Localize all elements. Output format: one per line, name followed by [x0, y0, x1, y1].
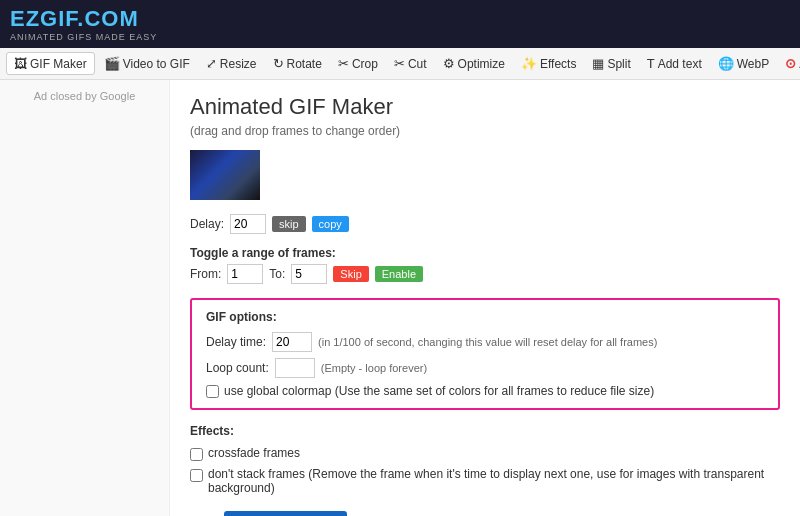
colormap-row: use global colormap (Use the same set of…	[206, 384, 764, 398]
nav-video-to-gif-label: Video to GIF	[123, 57, 190, 71]
nav-crop[interactable]: ✂ Crop	[331, 53, 385, 74]
nav-add-text[interactable]: T Add text	[640, 53, 709, 74]
loop-count-note: (Empty - loop forever)	[321, 362, 427, 374]
gif-delay-input[interactable]	[272, 332, 312, 352]
nostack-checkbox[interactable]	[190, 469, 203, 482]
nav-add-text-label: Add text	[658, 57, 702, 71]
make-gif-button[interactable]: Make a GIF!	[224, 511, 347, 516]
gif-options-box: GIF options: Delay time: (in 1/100 of se…	[190, 298, 780, 410]
logo-text: EZGIF.COM	[10, 6, 139, 31]
loop-count-input[interactable]	[275, 358, 315, 378]
loop-count-row: Loop count: (Empty - loop forever)	[206, 358, 764, 378]
nav-resize[interactable]: ⤢ Resize	[199, 53, 264, 74]
effects-section: Effects: crossfade frames don't stack fr…	[190, 424, 780, 495]
nav-webp[interactable]: 🌐 WebP	[711, 53, 776, 74]
nav-apng[interactable]: ⊙ APNG	[778, 53, 800, 74]
page-title: Animated GIF Maker	[190, 94, 780, 120]
nav-cut[interactable]: ✂ Cut	[387, 53, 434, 74]
crop-icon: ✂	[338, 56, 349, 71]
nav-gif-maker-label: GIF Maker	[30, 57, 87, 71]
effects-title: Effects:	[190, 424, 780, 438]
frames-area: Delay: skip copy	[190, 150, 780, 234]
frame-thumbnail	[190, 150, 260, 200]
loop-count-label: Loop count:	[206, 361, 269, 375]
colormap-checkbox[interactable]	[206, 385, 219, 398]
delay-row: Delay: skip copy	[190, 214, 780, 234]
toggle-label: Toggle a range of frames:	[190, 246, 780, 260]
video-to-gif-icon: 🎬	[104, 56, 120, 71]
range-to-input[interactable]	[291, 264, 327, 284]
nav-rotate[interactable]: ↻ Rotate	[266, 53, 329, 74]
cut-icon: ✂	[394, 56, 405, 71]
add-text-icon: T	[647, 56, 655, 71]
to-label: To:	[269, 267, 285, 281]
sidebar-ad-text: Ad closed by Google	[34, 90, 136, 102]
sidebar: Ad closed by Google	[0, 80, 170, 516]
crossfade-row: crossfade frames	[190, 446, 780, 461]
range-row: From: To: Skip Enable	[190, 264, 780, 284]
make-gif-row: → Make a GIF!	[190, 511, 780, 516]
site-header: EZGIF.COM ANIMATED GIFS MADE EASY	[0, 0, 800, 48]
nostack-label: don't stack frames (Remove the frame whe…	[208, 467, 780, 495]
apng-icon: ⊙	[785, 56, 796, 71]
crossfade-label: crossfade frames	[208, 446, 300, 460]
nav-optimize[interactable]: ⚙ Optimize	[436, 53, 512, 74]
nav-gif-maker[interactable]: 🖼 GIF Maker	[6, 52, 95, 75]
nostack-row: don't stack frames (Remove the frame whe…	[190, 467, 780, 495]
range-enable-button[interactable]: Enable	[375, 266, 423, 282]
toggle-section: Toggle a range of frames: From: To: Skip…	[190, 246, 780, 284]
main-content: Animated GIF Maker (drag and drop frames…	[170, 80, 800, 516]
skip-button[interactable]: skip	[272, 216, 306, 232]
frame-item	[190, 150, 780, 200]
range-skip-button[interactable]: Skip	[333, 266, 368, 282]
main-layout: Ad closed by Google Animated GIF Maker (…	[0, 80, 800, 516]
nav-effects[interactable]: ✨ Effects	[514, 53, 583, 74]
delay-label: Delay:	[190, 217, 224, 231]
delay-time-row: Delay time: (in 1/100 of second, changin…	[206, 332, 764, 352]
delay-time-label: Delay time:	[206, 335, 266, 349]
copy-button[interactable]: copy	[312, 216, 349, 232]
nav-cut-label: Cut	[408, 57, 427, 71]
page-subtitle: (drag and drop frames to change order)	[190, 124, 780, 138]
nav-webp-label: WebP	[737, 57, 769, 71]
webp-icon: 🌐	[718, 56, 734, 71]
frame-thumb-inner	[190, 150, 260, 200]
split-icon: ▦	[592, 56, 604, 71]
nav-optimize-label: Optimize	[458, 57, 505, 71]
delay-time-note: (in 1/100 of second, changing this value…	[318, 336, 657, 348]
nav-crop-label: Crop	[352, 57, 378, 71]
navbar: 🖼 GIF Maker 🎬 Video to GIF ⤢ Resize ↻ Ro…	[0, 48, 800, 80]
nav-effects-label: Effects	[540, 57, 576, 71]
delay-input[interactable]	[230, 214, 266, 234]
colormap-label: use global colormap (Use the same set of…	[224, 384, 654, 398]
resize-icon: ⤢	[206, 56, 217, 71]
nav-video-to-gif[interactable]: 🎬 Video to GIF	[97, 53, 197, 74]
optimize-icon: ⚙	[443, 56, 455, 71]
rotate-icon: ↻	[273, 56, 284, 71]
crossfade-checkbox[interactable]	[190, 448, 203, 461]
gif-options-title: GIF options:	[206, 310, 764, 324]
nav-split-label: Split	[607, 57, 630, 71]
range-from-input[interactable]	[227, 264, 263, 284]
effects-icon: ✨	[521, 56, 537, 71]
logo-sub: ANIMATED GIFS MADE EASY	[10, 32, 157, 42]
gif-maker-icon: 🖼	[14, 56, 27, 71]
nav-rotate-label: Rotate	[287, 57, 322, 71]
from-label: From:	[190, 267, 221, 281]
nav-resize-label: Resize	[220, 57, 257, 71]
nav-split[interactable]: ▦ Split	[585, 53, 637, 74]
